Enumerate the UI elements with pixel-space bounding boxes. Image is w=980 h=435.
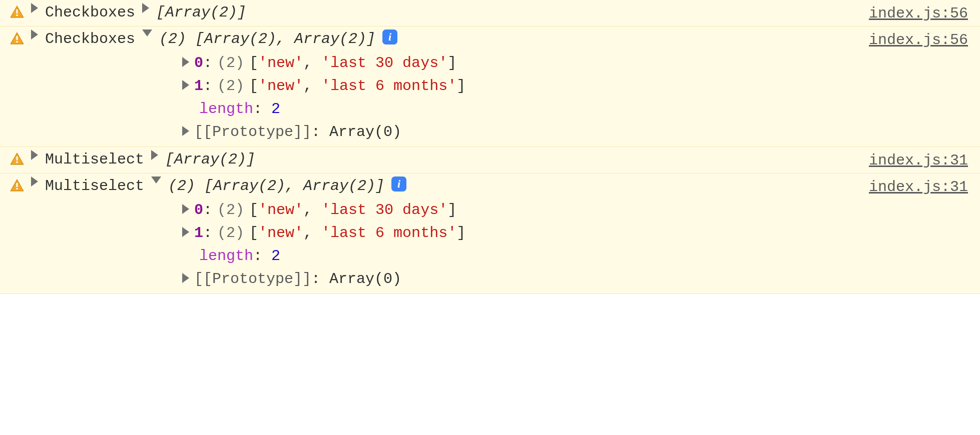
- expand-toggle-icon[interactable]: [31, 3, 38, 13]
- object-preview[interactable]: (2) [Array(2), Array(2)]: [168, 178, 384, 194]
- object-preview[interactable]: (2) [Array(2), Array(2)]: [159, 30, 375, 48]
- source-link[interactable]: index.js:56: [869, 32, 968, 48]
- source-link[interactable]: index.js:31: [869, 178, 968, 196]
- chevron-right-icon[interactable]: [182, 80, 189, 90]
- info-icon[interactable]: i: [382, 30, 397, 44]
- warning-icon: [10, 6, 24, 23]
- log-label: Multiselect: [45, 151, 144, 168]
- info-icon[interactable]: i: [391, 176, 406, 192]
- expanded-object: 0: (2) ['new', 'last 30 days'] 1: (2) ['…: [182, 198, 970, 290]
- source-link[interactable]: index.js:31: [869, 152, 968, 169]
- log-label: Checkboxes: [45, 4, 135, 21]
- svg-rect-6: [16, 183, 18, 187]
- svg-rect-4: [16, 156, 18, 160]
- svg-rect-2: [16, 36, 18, 40]
- console-row: Checkboxes [Array(2)] index.js:56: [0, 0, 980, 26]
- object-expand-icon[interactable]: [151, 176, 161, 184]
- svg-rect-3: [16, 41, 18, 42]
- chevron-right-icon[interactable]: [182, 273, 189, 283]
- svg-rect-5: [16, 162, 18, 163]
- prototype-property[interactable]: [[Prototype]]: Array(0): [182, 268, 970, 290]
- chevron-right-icon[interactable]: [182, 126, 189, 136]
- length-property: length: 2: [182, 98, 970, 120]
- chevron-right-icon[interactable]: [182, 57, 189, 67]
- chevron-right-icon[interactable]: [182, 227, 189, 237]
- object-expand-icon[interactable]: [151, 150, 158, 160]
- array-item[interactable]: 0: (2) ['new', 'last 30 days']: [182, 198, 970, 222]
- log-label: Checkboxes: [45, 30, 135, 48]
- console-row: Multiselect [Array(2)] index.js:31: [0, 146, 980, 174]
- console-row: Multiselect (2) [Array(2), Array(2)] i i…: [0, 173, 980, 294]
- warning-icon: [10, 152, 24, 170]
- expanded-object: 0: (2) ['new', 'last 30 days'] 1: (2) ['…: [182, 52, 970, 144]
- object-preview[interactable]: [Array(2)]: [165, 151, 255, 168]
- object-expand-icon[interactable]: [142, 30, 152, 36]
- object-expand-icon[interactable]: [142, 3, 149, 13]
- log-label: Multiselect: [45, 178, 144, 194]
- expand-toggle-icon[interactable]: [31, 176, 38, 186]
- array-item[interactable]: 1: (2) ['new', 'last 6 months']: [182, 222, 970, 244]
- warning-icon: [10, 179, 24, 196]
- array-item[interactable]: 0: (2) ['new', 'last 30 days']: [182, 52, 970, 74]
- svg-rect-0: [16, 10, 18, 14]
- prototype-property[interactable]: [[Prototype]]: Array(0): [182, 120, 970, 144]
- chevron-right-icon[interactable]: [182, 204, 189, 214]
- console-row: Checkboxes (2) [Array(2), Array(2)] i in…: [0, 26, 980, 147]
- object-preview[interactable]: [Array(2)]: [156, 4, 246, 21]
- svg-rect-7: [16, 188, 18, 190]
- expand-toggle-icon[interactable]: [31, 150, 38, 160]
- array-item[interactable]: 1: (2) ['new', 'last 6 months']: [182, 74, 970, 98]
- warning-icon: [10, 32, 24, 50]
- length-property: length: 2: [182, 244, 970, 268]
- source-link[interactable]: index.js:56: [869, 5, 968, 22]
- expand-toggle-icon[interactable]: [31, 30, 38, 40]
- svg-rect-1: [16, 14, 18, 16]
